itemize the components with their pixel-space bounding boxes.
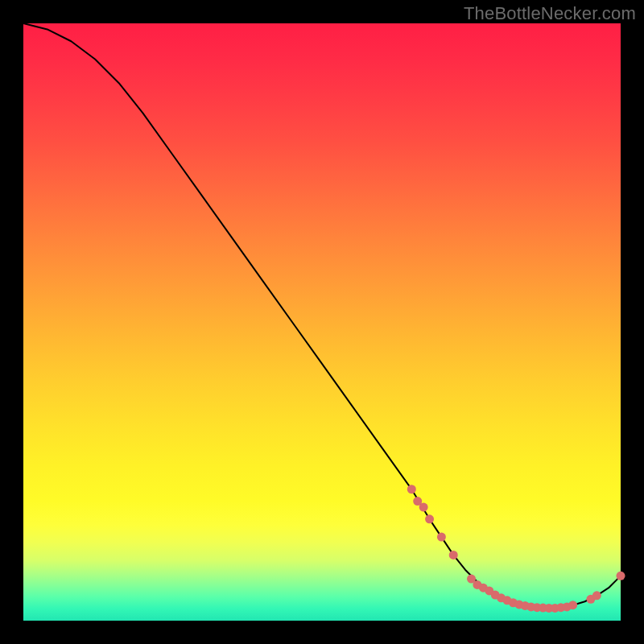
data-point [407, 485, 416, 493]
chart-svg [23, 23, 621, 621]
data-point [437, 533, 446, 542]
attribution-text: TheBottleNecker.com [464, 3, 636, 24]
data-point [425, 514, 434, 523]
data-point [617, 572, 625, 580]
data-point [568, 601, 577, 609]
chart-frame: TheBottleNecker.com [0, 0, 644, 644]
data-point [449, 551, 458, 559]
data-point [592, 591, 601, 600]
data-point [419, 503, 428, 512]
plot-area [23, 23, 621, 621]
bottleneck-curve [23, 23, 621, 608]
highlighted-points [407, 485, 625, 613]
